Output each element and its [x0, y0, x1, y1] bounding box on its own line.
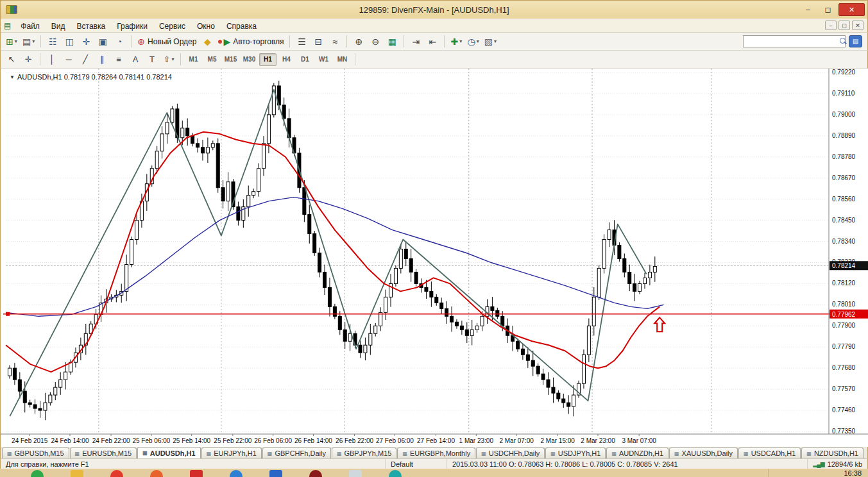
horizontal-line-tool[interactable]: ─	[61, 52, 76, 67]
taskbar-opera-icon[interactable]	[110, 470, 123, 477]
text-tool[interactable]: A	[128, 52, 143, 67]
chart-tab-gbpusdh-m15[interactable]: ▦GBPUSDh,M15	[2, 448, 69, 458]
chart-minimize-button[interactable]: –	[825, 21, 837, 30]
taskbar-folder-icon[interactable]	[71, 470, 83, 477]
status-profile[interactable]: Default	[386, 459, 447, 469]
market-watch-button[interactable]: ☷	[45, 34, 60, 49]
chart-shift-button[interactable]: ⇤	[425, 34, 440, 49]
auto-trading-button[interactable]: ▶Авто-торговля	[216, 34, 285, 49]
timeframe-mn[interactable]: MN	[334, 53, 351, 66]
auto-scroll-button[interactable]: ⇥	[408, 34, 423, 49]
minimize-button[interactable]: –	[799, 3, 817, 16]
chart-tab-usdchfh-daily[interactable]: ▦USDCHFh,Daily	[476, 448, 545, 458]
new-chart-button[interactable]: ⊞▾	[4, 34, 19, 49]
timeframe-w1[interactable]: W1	[315, 53, 332, 66]
price-axis-label: 0.78780	[832, 153, 856, 160]
chart-close-button[interactable]: ✕	[852, 21, 864, 30]
chart-tab-usdcadh-h1[interactable]: ▦USDCADh,H1	[738, 448, 801, 458]
menu-item-6[interactable]: Справка	[221, 21, 262, 32]
menu-item-1[interactable]: Вид	[46, 21, 71, 32]
chart-tab-gbpjpyh-m15[interactable]: ▦GBPJPYh,M15	[332, 448, 397, 458]
taskbar-app-blue-icon[interactable]	[269, 470, 282, 477]
vertical-line-tool[interactable]: │	[44, 52, 60, 67]
timeframe-m15[interactable]: M15	[222, 53, 239, 66]
chart-tab-audnzdh-h1[interactable]: ▦AUDNZDh,H1	[606, 448, 668, 458]
chart-restore-button[interactable]: ◻	[838, 21, 850, 30]
new-order-button[interactable]: ⊕Новый Ордер	[135, 34, 198, 49]
taskbar-browser-blue-icon[interactable]	[230, 470, 243, 477]
timeframe-h1[interactable]: H1	[259, 53, 277, 66]
text-label-tool[interactable]: T	[144, 52, 160, 67]
periods-button[interactable]: ◷▾	[465, 34, 481, 49]
chart-collapse-icon[interactable]: ▼	[10, 74, 15, 80]
taskbar-app-teal-icon[interactable]	[389, 470, 402, 477]
chart-tab-gbpchfh-daily[interactable]: ▦GBPCHFh,Daily	[262, 448, 331, 458]
channel-tool[interactable]: ∥	[94, 52, 110, 67]
data-window-button[interactable]: ◫	[62, 34, 77, 49]
close-button[interactable]: ✕	[838, 3, 865, 16]
taskbar-app-green-icon[interactable]	[31, 470, 44, 477]
arrows-tool[interactable]: ⇧▾	[161, 52, 176, 67]
taskbar-firefox-icon[interactable]	[150, 470, 163, 477]
timeframe-d1[interactable]: D1	[296, 53, 314, 66]
dropdown-caret-icon[interactable]: ▾	[32, 38, 35, 44]
templates-button[interactable]: ▧▾	[482, 34, 498, 49]
candlestick	[308, 215, 311, 234]
menu-item-0[interactable]: Файл	[15, 21, 46, 32]
chart-tab-xauusdh-daily[interactable]: ▦XAUUSDh,Daily	[669, 448, 738, 458]
time-axis-label: 24 Feb 22:00	[92, 437, 130, 444]
trendline-tool[interactable]: ╱	[78, 52, 93, 67]
mql5-community-icon[interactable]: ▤	[849, 35, 862, 47]
menu-item-2[interactable]: Вставка	[71, 21, 112, 32]
crosshair-tool[interactable]: ✛	[21, 52, 36, 67]
menu-item-5[interactable]: Окно	[191, 21, 221, 32]
menu-item-3[interactable]: Графики	[111, 21, 153, 32]
search-input[interactable]	[744, 37, 840, 46]
strategy-tester-button[interactable]: ◔	[112, 34, 127, 49]
maximize-button[interactable]: ◻	[819, 3, 837, 16]
zoom-out-button[interactable]: ⊖	[368, 34, 383, 49]
timeframe-m30[interactable]: M30	[241, 53, 258, 66]
dropdown-caret-icon[interactable]: ▾	[459, 38, 462, 44]
taskbar-clock[interactable]: 16:38	[844, 469, 862, 477]
dropdown-caret-icon[interactable]: ▾	[477, 38, 479, 44]
dropdown-caret-icon[interactable]: ▾	[494, 38, 497, 44]
taskbar-window-app-icon[interactable]	[349, 470, 362, 477]
chart-tab-eurgbph-monthly[interactable]: ▦EURGBPh,Monthly	[397, 448, 475, 458]
price-chart[interactable]: 0.792200.791100.790000.788900.787800.786…	[1, 69, 868, 447]
expert-advisors-button[interactable]: ◆	[200, 34, 215, 49]
taskbar-app-darkred-icon[interactable]	[309, 470, 322, 477]
timeframe-h4[interactable]: H4	[278, 53, 295, 66]
navigator-button[interactable]: ✛	[78, 34, 94, 49]
candlestick-chart-button[interactable]: ⊟	[311, 34, 326, 49]
candlestick	[638, 283, 642, 291]
chart-tab-icon: ▦	[674, 451, 679, 456]
timeframe-m5[interactable]: M5	[203, 53, 221, 66]
taskbar-vivaldi-icon[interactable]	[190, 470, 203, 477]
dropdown-caret-icon[interactable]: ▾	[15, 38, 17, 44]
hline-anchor-handle[interactable]	[6, 312, 10, 316]
cursor-tool[interactable]: ↖	[4, 52, 19, 67]
search-icon[interactable]	[840, 38, 847, 45]
indicators-button[interactable]: ✚▾	[448, 34, 464, 49]
chart-tab-eurjpyh-h1[interactable]: ▦EURJPYh,H1	[201, 448, 262, 458]
chart-area[interactable]: 0.792200.791100.790000.788900.787800.786…	[0, 69, 868, 447]
chart-tab-nzdusdh-h1[interactable]: ▦NZDUSDh,H1	[801, 448, 864, 458]
menu-item-4[interactable]: Сервис	[153, 21, 191, 32]
dropdown-caret-icon[interactable]: ▾	[171, 56, 174, 62]
bar-chart-button[interactable]: ☰	[294, 34, 309, 49]
chart-tab-icon: ▦	[337, 451, 342, 456]
chart-tab-audusdh-h1[interactable]: ▦AUDUSDh,H1	[137, 447, 200, 458]
zoom-in-button[interactable]: ⊕	[351, 34, 366, 49]
chart-tabs-bar: ▦GBPUSDh,M15▦EURUSDh,M15▦AUDUSDh,H1▦EURJ…	[0, 447, 868, 458]
fibonacci-tool[interactable]: ≡	[111, 52, 126, 67]
chart-tab-usdjpyh-h1[interactable]: ▦USDJPYh,H1	[545, 448, 606, 458]
line-chart-button[interactable]: ≈	[327, 34, 343, 49]
candlestick	[13, 368, 16, 380]
chart-tab-eurusdh-m15[interactable]: ▦EURUSDh,M15	[70, 448, 137, 458]
profiles-button[interactable]: ▤▾	[21, 34, 37, 49]
tile-windows-button[interactable]: ▦	[384, 34, 400, 49]
terminal-button[interactable]: ▣	[95, 34, 110, 49]
timeframe-m1[interactable]: M1	[185, 53, 202, 66]
auto-trading-icon: ▶	[223, 37, 230, 46]
